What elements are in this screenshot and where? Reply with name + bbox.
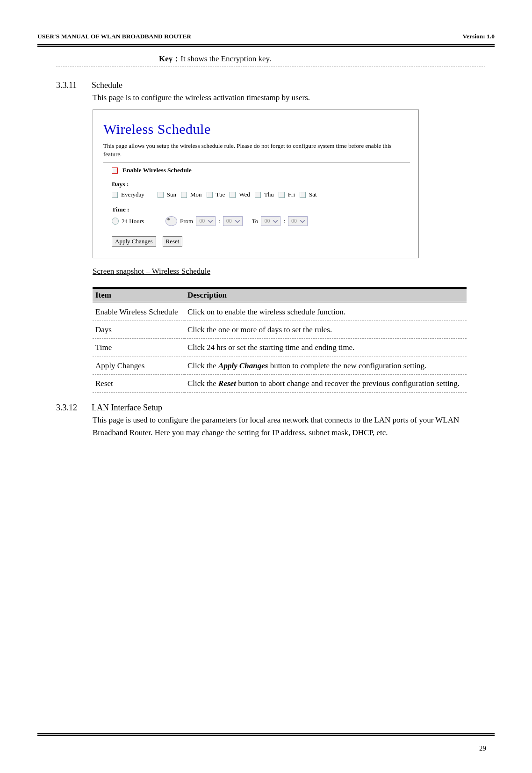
from-hour-select[interactable]: 00	[196, 216, 216, 226]
description-table: Item Description Enable Wireless Schedul…	[93, 287, 467, 393]
screenshot-caption: Screen snapshot – Wireless Schedule	[93, 267, 485, 276]
table-cell: Apply Changes	[93, 357, 185, 374]
page-footer: 29	[37, 733, 495, 752]
table-header-item: Item	[93, 288, 185, 303]
table-cell: Click 24 hrs or set the starting time an…	[185, 339, 467, 357]
thu-checkbox[interactable]	[255, 192, 261, 198]
page-header: USER'S MANUAL OF WLAN BROADBAND ROUTER V…	[37, 33, 495, 43]
mon-checkbox[interactable]	[181, 192, 187, 198]
day-label: Sat	[309, 191, 317, 198]
day-label: Tue	[216, 191, 225, 198]
tue-checkbox[interactable]	[207, 192, 213, 198]
from-min-select[interactable]: 00	[223, 216, 243, 226]
table-cell: Enable Wireless Schedule	[93, 303, 185, 321]
time-label: Time :	[112, 206, 410, 213]
enable-checkbox[interactable]	[112, 168, 118, 174]
header-rule	[37, 43, 495, 47]
screenshot-title: Wireless Schedule	[103, 121, 410, 137]
table-cell: Time	[93, 339, 185, 357]
table-row: Time Click 24 hrs or set the starting ti…	[93, 339, 467, 357]
colon: :	[283, 218, 285, 225]
key-row: Key：It shows the Encryption key.	[56, 53, 485, 66]
section-title: Schedule	[92, 80, 122, 90]
screenshot-desc: This page allows you setup the wireless …	[103, 142, 410, 163]
wed-checkbox[interactable]	[230, 192, 236, 198]
from-radio[interactable]	[165, 216, 177, 226]
sat-checkbox[interactable]	[300, 192, 306, 198]
everyday-checkbox[interactable]	[112, 192, 118, 198]
enable-label: Enable Wireless Schedule	[122, 167, 192, 174]
section-intro: This page is to configure the wireless a…	[56, 91, 485, 104]
table-cell: Click on to enable the wireless schedule…	[185, 303, 467, 321]
day-label: Everyday	[121, 191, 144, 198]
table-row: Apply Changes Click the Apply Changes bu…	[93, 357, 467, 374]
table-cell: Click the Reset button to abort change a…	[185, 374, 467, 392]
enable-wireless-schedule-row: Enable Wireless Schedule	[112, 167, 410, 174]
day-label: Mon	[190, 191, 202, 198]
chevron-down-icon	[235, 219, 240, 224]
header-right: Version: 1.0	[462, 33, 495, 40]
sun-checkbox[interactable]	[158, 192, 164, 198]
table-cell: Click the one or more of days to set the…	[185, 321, 467, 339]
24hours-radio[interactable]	[112, 218, 119, 225]
chevron-down-icon	[300, 219, 305, 224]
days-row: Everyday Sun Mon Tue Wed Thu Fri Sat	[112, 191, 410, 198]
section-heading-schedule: 3.3.11 Schedule	[56, 80, 485, 90]
section-heading-lan: 3.3.12 LAN Interface Setup	[56, 403, 485, 413]
days-label: Days :	[112, 181, 410, 188]
table-row: Enable Wireless Schedule Click on to ena…	[93, 303, 467, 321]
header-left: USER'S MANUAL OF WLAN BROADBAND ROUTER	[37, 33, 191, 40]
to-label: To	[252, 218, 259, 225]
table-cell: Click the Apply Changes button to comple…	[185, 357, 467, 374]
time-row: 24 Hours From 00 : 00 To 00 : 00	[112, 216, 410, 226]
colon: :	[218, 218, 220, 225]
page-number: 29	[37, 736, 495, 752]
day-label: Sun	[167, 191, 176, 198]
section-body: This page is used to configure the param…	[56, 414, 485, 439]
day-label: Fri	[288, 191, 295, 198]
section-num: 3.3.11	[56, 80, 84, 90]
day-label: Thu	[264, 191, 274, 198]
reset-button[interactable]: Reset	[163, 236, 183, 247]
wireless-schedule-screenshot: Wireless Schedule This page allows you s…	[93, 109, 419, 258]
section-title: LAN Interface Setup	[92, 403, 162, 413]
table-header-desc: Description	[185, 288, 467, 303]
key-desc: It shows the Encryption key.	[180, 54, 271, 63]
section-num: 3.3.12	[56, 403, 84, 413]
table-cell: Days	[93, 321, 185, 339]
table-row: Days Click the one or more of days to se…	[93, 321, 467, 339]
table-row: Reset Click the Reset button to abort ch…	[93, 374, 467, 392]
table-cell: Reset	[93, 374, 185, 392]
key-label: Key：	[159, 54, 180, 63]
to-hour-select[interactable]: 00	[261, 216, 280, 226]
apply-changes-button[interactable]: Apply Changes	[112, 236, 156, 247]
chevron-down-icon	[208, 219, 213, 224]
fri-checkbox[interactable]	[279, 192, 285, 198]
day-label: Wed	[239, 191, 250, 198]
to-min-select[interactable]: 00	[288, 216, 308, 226]
24hours-label: 24 Hours	[122, 218, 144, 225]
from-label: From	[180, 218, 193, 225]
chevron-down-icon	[273, 219, 278, 224]
